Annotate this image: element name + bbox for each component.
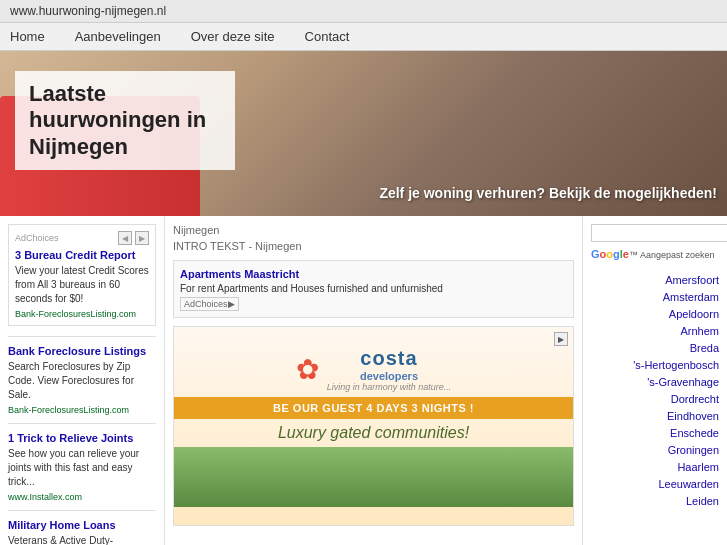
ad-box-top: AdChoices ◀ ▶ 3 Bureau Credit Report Vie… (8, 224, 156, 326)
ad1-url: Bank-ForeclosuresListing.com (15, 309, 149, 319)
costa-tagline: Living in harmony with nature... (327, 382, 452, 392)
ad2-title[interactable]: Bank Foreclosure Listings (8, 345, 156, 357)
ad-nav: ◀ ▶ (118, 231, 149, 245)
nav-home[interactable]: Home (10, 29, 45, 44)
ad3-block: 1 Trick to Relieve Joints See how you ca… (8, 432, 156, 502)
costa-company: costa (327, 347, 452, 370)
costa-text: costa developers Living in harmony with … (327, 347, 452, 392)
costa-ad[interactable]: ▶ ✿ costa developers Living in harmony w… (173, 326, 574, 526)
ad-prev-btn[interactable]: ◀ (118, 231, 132, 245)
ad-label: AdChoices ◀ ▶ (15, 231, 149, 245)
main-layout: AdChoices ◀ ▶ 3 Bureau Credit Report Vie… (0, 216, 727, 545)
city-groningen[interactable]: Groningen (591, 442, 719, 458)
city-amsterdam[interactable]: Amsterdam (591, 289, 719, 305)
ad2-body: Search Foreclosures by Zip Code. View Fo… (8, 360, 156, 402)
center-ad-body: For rent Apartments and Houses furnished… (180, 283, 567, 294)
ad1-body: View your latest Credit Scores from All … (15, 264, 149, 306)
city-arnhem[interactable]: Arnhem (591, 323, 719, 339)
site-url: www.huurwoning-nijmegen.nl (10, 4, 166, 18)
hero-title-box: Laatste huurwoningen in Nijmegen (15, 71, 235, 170)
center-ad-top: Apartments Maastricht For rent Apartment… (173, 260, 574, 318)
hero-subtitle[interactable]: Zelf je woning verhuren? Bekijk de mogel… (379, 185, 717, 201)
costa-luxury-text: Luxury gated communities! (273, 419, 474, 447)
city-haarlem[interactable]: Haarlem (591, 459, 719, 475)
intro-text: INTRO TEKST - Nijmegen (173, 240, 574, 252)
nav-contact[interactable]: Contact (305, 29, 350, 44)
ad-next-btn[interactable]: ▶ (135, 231, 149, 245)
costa-ad-arrow[interactable]: ▶ (554, 332, 568, 346)
google-label: Google™ Aangepast zoeken (591, 248, 719, 260)
main-nav: Home Aanbevelingen Over deze site Contac… (0, 23, 727, 51)
ad-separator-3 (8, 510, 156, 511)
city-leiden[interactable]: Leiden (591, 493, 719, 509)
city-links: Amersfoort Amsterdam Apeldoorn Arnhem Br… (591, 272, 719, 509)
costa-bottom-image (174, 447, 573, 507)
city-amersfoort[interactable]: Amersfoort (591, 272, 719, 288)
ad3-body: See how you can relieve your joints with… (8, 447, 156, 489)
hero-title: Laatste huurwoningen in Nijmegen (29, 81, 221, 160)
google-icon: G (591, 248, 600, 260)
nav-aanbevelingen[interactable]: Aanbevelingen (75, 29, 161, 44)
top-bar: www.huurwoning-nijmegen.nl (0, 0, 727, 23)
costa-logo-area: ✿ costa developers Living in harmony wit… (296, 327, 452, 397)
center-ad-title[interactable]: Apartments Maastricht (180, 267, 567, 281)
ad-separator-2 (8, 423, 156, 424)
city-breda[interactable]: Breda (591, 340, 719, 356)
search-box: Zoeken (591, 224, 719, 242)
ad2-block: Bank Foreclosure Listings Search Foreclo… (8, 345, 156, 415)
ad-choices-label: AdChoices (15, 233, 59, 243)
city-dordrecht[interactable]: Dordrecht (591, 391, 719, 407)
ad4-block: Military Home Loans Veterans & Active Du… (8, 519, 156, 545)
search-input[interactable] (591, 224, 727, 242)
ad3-title[interactable]: 1 Trick to Relieve Joints (8, 432, 156, 444)
city-hertogenbosch[interactable]: 's-Hertogenbosch (591, 357, 719, 373)
costa-subtitle: developers (327, 370, 452, 382)
ad-separator-1 (8, 336, 156, 337)
ad4-body: Veterans & Active Duty- (8, 534, 156, 545)
ad1-title[interactable]: 3 Bureau Credit Report (15, 249, 149, 261)
city-enschede[interactable]: Enschede (591, 425, 719, 441)
city-apeldoorn[interactable]: Apeldoorn (591, 306, 719, 322)
hero-banner: Laatste huurwoningen in Nijmegen Zelf je… (0, 51, 727, 216)
right-sidebar: Zoeken Google™ Aangepast zoeken Amersfoo… (582, 216, 727, 545)
nav-over[interactable]: Over deze site (191, 29, 275, 44)
costa-flower-icon: ✿ (296, 353, 319, 386)
breadcrumb: Nijmegen (173, 224, 574, 236)
costa-banner: BE OUR GUEST 4 DAYS 3 NIGHTS ! (174, 397, 573, 419)
center-ad-choices: AdChoices ▶ (180, 297, 239, 311)
ad2-url: Bank-ForeclosuresListing.com (8, 405, 156, 415)
ad4-title[interactable]: Military Home Loans (8, 519, 156, 531)
city-leeuwarden[interactable]: Leeuwarden (591, 476, 719, 492)
city-gravenhage[interactable]: 's-Gravenhage (591, 374, 719, 390)
ad3-url: www.Installex.com (8, 492, 156, 502)
left-sidebar: AdChoices ◀ ▶ 3 Bureau Credit Report Vie… (0, 216, 165, 545)
city-eindhoven[interactable]: Eindhoven (591, 408, 719, 424)
center-content: Nijmegen INTRO TEKST - Nijmegen Apartmen… (165, 216, 582, 545)
